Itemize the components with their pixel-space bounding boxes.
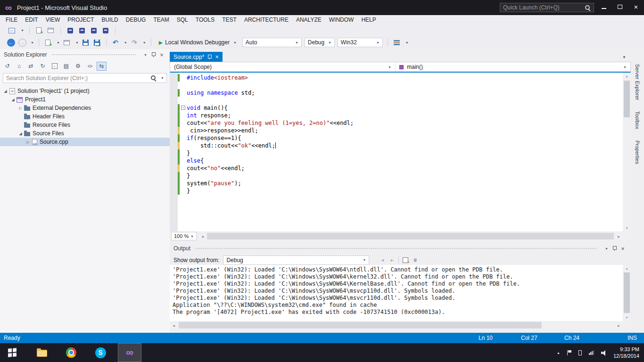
menu-item-tools[interactable]: TOOLS — [192, 15, 218, 25]
tree-item-external-dependencies[interactable]: External Dependencies — [0, 104, 170, 112]
taskbar-file-explorer[interactable] — [30, 343, 54, 362]
rail-tab-toolbox[interactable]: Toolbox — [635, 111, 640, 129]
scroll-up-icon[interactable] — [623, 265, 631, 272]
menu-item-test[interactable]: TEST — [218, 15, 240, 25]
toggle-bookmark-icon[interactable] — [66, 26, 74, 35]
scroll-left-icon[interactable] — [198, 232, 206, 240]
output-header[interactable]: Output — [170, 243, 631, 254]
navigate-backward-icon[interactable] — [7, 38, 15, 47]
platform-dropdown[interactable]: Win32 — [338, 38, 383, 47]
scrollbar-thumb[interactable] — [624, 272, 630, 313]
search-icon[interactable] — [150, 75, 157, 81]
open-file-icon[interactable] — [63, 38, 71, 47]
next-bookmark-icon[interactable] — [90, 26, 98, 35]
close-icon[interactable] — [619, 245, 627, 252]
chevron-down-icon[interactable] — [405, 41, 409, 44]
chevron-down-icon[interactable] — [602, 245, 610, 252]
start-debug-button[interactable]: Local Windows Debugger — [156, 37, 239, 48]
close-icon[interactable] — [215, 54, 219, 60]
sync-with-active-document-icon[interactable] — [97, 62, 107, 71]
code-line-4[interactable] — [178, 97, 623, 104]
menu-item-edit[interactable]: EDIT — [21, 15, 41, 25]
code-line-13[interactable]: cout<<"no"<<endl; — [178, 165, 623, 172]
code-line-5[interactable]: void main(){ — [178, 104, 623, 112]
code-line-2[interactable] — [178, 82, 623, 89]
close-icon[interactable] — [157, 51, 166, 58]
editor-horizontal-scrollbar[interactable] — [206, 232, 615, 240]
menu-item-help[interactable]: HELP — [357, 15, 380, 25]
minimize-button[interactable] — [596, 0, 612, 13]
redo-icon[interactable] — [130, 38, 139, 47]
pin-icon[interactable] — [610, 245, 619, 252]
refresh-icon[interactable] — [38, 62, 48, 71]
code-editor[interactable]: #include<iostream>using namespace std;vo… — [170, 73, 623, 231]
output-horizontal-scrollbar[interactable] — [170, 321, 631, 329]
network-icon[interactable] — [589, 350, 594, 355]
code-line-1[interactable]: #include<iostream> — [178, 74, 623, 82]
chevron-down-icon[interactable] — [161, 76, 164, 80]
add-new-item-icon[interactable] — [35, 26, 43, 35]
scrollbar-thumb[interactable] — [207, 233, 614, 239]
expander-icon[interactable] — [17, 132, 24, 136]
code-line-3[interactable]: using namespace std; — [178, 89, 623, 97]
debug-windows-icon[interactable] — [393, 38, 401, 47]
pin-icon[interactable] — [207, 54, 212, 60]
next-message-icon[interactable] — [387, 256, 396, 264]
save-all-icon[interactable] — [93, 38, 101, 47]
tree-item-resource-files[interactable]: Resource Files — [0, 121, 170, 129]
chevron-down-icon[interactable] — [21, 29, 24, 32]
bookmark-window-icon[interactable] — [101, 26, 110, 35]
start-button[interactable] — [0, 343, 25, 362]
member-dropdown[interactable]: main() — [396, 62, 630, 72]
show-hidden-icons-icon[interactable] — [557, 351, 560, 354]
code-line-9[interactable]: if(response==1){ — [178, 134, 623, 142]
close-button[interactable] — [628, 0, 644, 13]
menu-item-architecture[interactable]: ARCHITECTURE — [240, 15, 292, 25]
document-well-dropdown-icon[interactable] — [622, 55, 626, 59]
action-center-icon[interactable] — [567, 350, 571, 355]
output-vertical-scrollbar[interactable] — [623, 265, 631, 321]
solution-explorer-header[interactable]: Solution Explorer — [0, 49, 170, 60]
chevron-down-icon[interactable] — [143, 41, 146, 44]
chevron-down-icon[interactable] — [57, 41, 60, 44]
word-wrap-icon[interactable] — [410, 256, 420, 264]
home-icon[interactable] — [14, 62, 24, 71]
tree-item-project1[interactable]: Project1 — [0, 95, 170, 104]
scroll-down-icon[interactable] — [623, 224, 631, 231]
scroll-right-icon[interactable] — [615, 232, 623, 240]
code-line-12[interactable]: else{ — [178, 157, 623, 165]
rail-tab-server-explorer[interactable]: Server Explorer — [635, 64, 640, 100]
breakpoint-gutter[interactable] — [170, 73, 178, 231]
configuration-dropdown[interactable]: Debug — [305, 38, 335, 47]
scrollbar-track[interactable] — [178, 321, 615, 329]
view-code-icon[interactable] — [85, 62, 95, 71]
code-line-11[interactable]: } — [178, 149, 623, 157]
collapse-all-icon[interactable] — [50, 62, 59, 71]
scrollbar-thumb[interactable] — [179, 322, 542, 329]
expander-icon[interactable] — [17, 106, 24, 110]
new-file-icon[interactable] — [44, 38, 52, 47]
quick-launch-input[interactable] — [500, 4, 585, 11]
code-line-7[interactable]: cout<<"are you feeling well (1=yes, 2=no… — [178, 119, 623, 127]
scrollbar-thumb[interactable] — [624, 81, 630, 117]
code-line-15[interactable]: system("pause"); — [178, 180, 623, 187]
status-column-number[interactable]: Col 27 — [521, 333, 537, 343]
code-line-14[interactable]: } — [178, 172, 623, 180]
switch-views-icon[interactable] — [26, 62, 36, 71]
chevron-down-icon[interactable] — [31, 41, 34, 44]
chevron-down-icon[interactable] — [140, 51, 149, 58]
watch-dropdown[interactable]: Auto — [242, 38, 302, 47]
solution-search-input[interactable] — [3, 75, 150, 82]
taskbar-skype[interactable] — [89, 343, 112, 362]
add-existing-item-icon[interactable] — [47, 26, 55, 35]
show-all-files-icon[interactable] — [61, 62, 71, 71]
rail-tab-properties[interactable]: Properties — [635, 140, 640, 164]
menu-item-analyze[interactable]: ANALYZE — [292, 15, 325, 25]
previous-bookmark-icon[interactable] — [78, 26, 86, 35]
taskbar-chrome[interactable] — [59, 343, 83, 362]
editor-vertical-scrollbar[interactable] — [623, 73, 631, 231]
tab-source-cpp[interactable]: Source.cpp* — [170, 52, 223, 62]
save-icon[interactable] — [82, 38, 90, 47]
solution-search-box[interactable] — [3, 73, 167, 83]
status-insert-mode[interactable]: INS — [627, 333, 637, 343]
